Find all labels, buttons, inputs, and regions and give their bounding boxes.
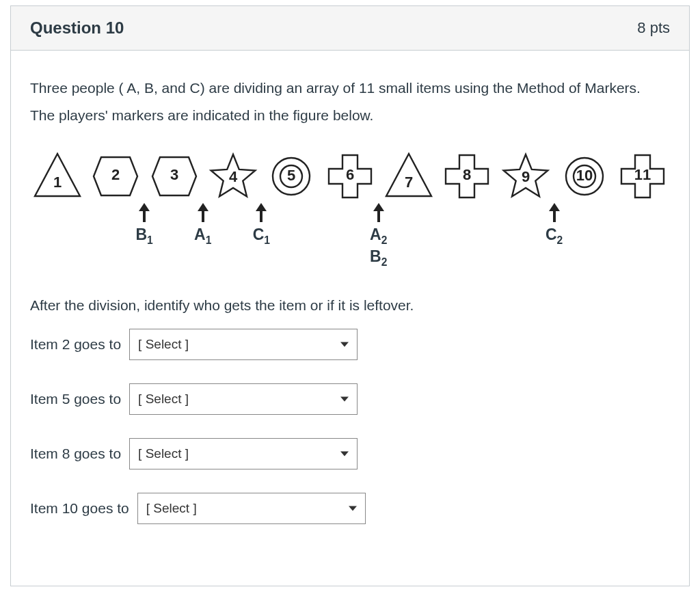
- prompt: Three people ( A, B, and C) are dividing…: [30, 78, 670, 126]
- question-title: Question 10: [30, 18, 124, 38]
- item-cell: 11: [615, 150, 670, 269]
- answer-select[interactable]: [ Select ]: [129, 383, 358, 415]
- svg-text:8: 8: [463, 166, 471, 183]
- svg-text:11: 11: [634, 166, 651, 183]
- item-cell: 2: [89, 150, 144, 269]
- dblcircle-icon: 5: [265, 150, 318, 203]
- marker-label: C2: [546, 225, 563, 247]
- marker-stack: A2B2: [370, 203, 387, 269]
- question-body: Three people ( A, B, and C) are dividing…: [11, 51, 689, 586]
- answer-row: Item 2 goes to[ Select ]: [30, 329, 670, 360]
- prompt-line-2: The players' markers are indicated in th…: [30, 105, 670, 126]
- after-text: After the division, identify who gets th…: [30, 297, 670, 314]
- answer-row: Item 10 goes to[ Select ]: [30, 493, 670, 524]
- svg-text:2: 2: [111, 166, 120, 183]
- triangle-icon: 7: [382, 150, 435, 203]
- svg-text:9: 9: [522, 168, 530, 185]
- hexagon-icon: 2: [89, 150, 142, 203]
- item-cell: 10C2: [557, 150, 612, 269]
- arrow-up-icon: [138, 203, 150, 225]
- answer-select[interactable]: [ Select ]: [129, 438, 358, 469]
- marker-label: B1: [135, 225, 152, 247]
- svg-text:10: 10: [576, 167, 592, 184]
- cross-icon: 11: [616, 150, 669, 203]
- cross-icon: 8: [440, 150, 494, 203]
- item-cell: 8: [440, 150, 494, 269]
- svg-text:7: 7: [405, 174, 413, 191]
- answer-select[interactable]: [ Select ]: [129, 329, 358, 360]
- question-card: Question 10 8 pts Three people ( A, B, a…: [10, 5, 690, 586]
- item-cell: 7A2B2: [381, 150, 436, 269]
- triangle-icon: 1: [31, 150, 84, 203]
- svg-text:5: 5: [287, 167, 295, 184]
- item-cell: 4A1: [206, 150, 260, 269]
- marker-stack: A1: [194, 203, 211, 269]
- svg-text:3: 3: [170, 166, 178, 183]
- answer-label: Item 10 goes to: [30, 500, 129, 517]
- marker-stack: C1: [253, 203, 270, 269]
- answer-label: Item 5 goes to: [30, 391, 121, 407]
- svg-text:6: 6: [346, 166, 354, 183]
- question-points: 8 pts: [637, 19, 670, 37]
- answer-row: Item 5 goes to[ Select ]: [30, 383, 670, 415]
- marker-stack: C2: [546, 203, 563, 269]
- figure: 123B14A15C167A2B28910C211: [30, 150, 670, 269]
- item-cell: 1: [30, 150, 85, 269]
- svg-text:1: 1: [53, 174, 62, 191]
- item-cell: 6: [323, 150, 377, 269]
- item-cell: 9: [498, 150, 553, 269]
- answer-label: Item 8 goes to: [30, 446, 121, 462]
- prompt-line-1: Three people ( A, B, and C) are dividing…: [30, 78, 670, 98]
- item-cell: 3B1: [147, 150, 202, 269]
- answer-row: Item 8 goes to[ Select ]: [30, 438, 670, 469]
- cross-icon: 6: [323, 150, 377, 203]
- arrow-up-icon: [255, 203, 267, 225]
- hexagon-icon: 3: [148, 150, 201, 203]
- marker-label: B2: [370, 247, 387, 269]
- answer-select[interactable]: [ Select ]: [137, 493, 366, 524]
- answer-label: Item 2 goes to: [30, 336, 121, 353]
- arrow-up-icon: [197, 203, 209, 225]
- arrow-up-icon: [373, 203, 385, 225]
- question-header: Question 10 8 pts: [11, 6, 689, 51]
- marker-label: A1: [194, 225, 211, 247]
- item-cell: 5C1: [265, 150, 319, 269]
- arrow-up-icon: [548, 203, 561, 225]
- svg-text:4: 4: [229, 168, 238, 185]
- marker-label: C1: [253, 225, 270, 247]
- dblcircle-icon: 10: [558, 150, 611, 203]
- star-icon: 4: [206, 150, 260, 203]
- marker-stack: B1: [135, 203, 152, 269]
- marker-label: A2: [370, 225, 387, 247]
- star-icon: 9: [499, 150, 552, 203]
